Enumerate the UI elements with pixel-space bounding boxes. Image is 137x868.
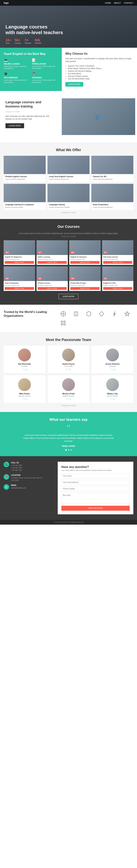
social-f-sasha[interactable]: f xyxy=(66,368,67,370)
courses-grid: $23 English for Beginners Sample text go… xyxy=(4,240,133,291)
stat-years: 10+ Years xyxy=(5,38,11,44)
svg-marker-6 xyxy=(125,312,130,316)
team-card-nat: Nat Reynolds Founder f t g xyxy=(4,346,45,373)
team-card-mila: Mila Parker Spanish Teacher f t g xyxy=(4,375,45,403)
name-input[interactable] xyxy=(61,473,130,478)
teach-title: Teach English in the Best Way xyxy=(4,52,58,56)
course-title-8: English for Kids xyxy=(103,282,132,284)
team-socials-nat[interactable]: f t g xyxy=(7,368,43,370)
social-f-mila[interactable]: f xyxy=(22,398,23,400)
team-name-jennie: Jennie Roberts xyxy=(94,363,130,365)
offer-card-4-image xyxy=(4,184,46,202)
dot-3[interactable] xyxy=(70,449,72,451)
avatar-monica xyxy=(62,378,75,391)
enroll-button-4[interactable]: ENROLL NOW xyxy=(103,261,132,264)
email-input[interactable] xyxy=(61,480,130,485)
contact-phone-content: CALL US +123 456 7890 +123 456 7890 +123… xyxy=(11,462,22,471)
org-icons xyxy=(58,310,133,327)
svg-rect-8 xyxy=(64,321,65,322)
social-f-jennie[interactable]: f xyxy=(110,368,111,370)
courses-title: Our Courses xyxy=(4,224,133,229)
why-item-2: British Native Teachers from More Places xyxy=(68,67,134,69)
offer-card-2-desc: Lorem sit amet sample text. xyxy=(49,178,88,181)
nav-home[interactable]: HOME xyxy=(105,2,111,4)
enroll-button-8[interactable]: ENROLL NOW xyxy=(103,287,132,290)
testimonial-text: Lorem ipsum dolor sit amet, consectetur … xyxy=(23,434,114,443)
learn-more-button[interactable]: LEARN MORE xyxy=(65,82,83,87)
org-icon-4 xyxy=(96,310,107,317)
social-g-nat[interactable]: g xyxy=(26,368,27,370)
course-desc-2: Sample text goes here. xyxy=(38,258,67,260)
name-field-wrap xyxy=(61,473,130,478)
enroll-button-2[interactable]: ENROLL NOW xyxy=(38,261,67,264)
message-field-wrap xyxy=(61,493,130,504)
social-g-sasha[interactable]: g xyxy=(70,368,71,370)
business-learn-more-button[interactable]: LEARN MORE xyxy=(5,123,24,128)
course-price-8: $11 xyxy=(103,277,108,280)
team-socials-sasha[interactable]: f t g xyxy=(51,368,87,370)
why-choose-list: Improve Your Career & Business British N… xyxy=(65,65,134,80)
social-t-mila[interactable]: t xyxy=(24,398,25,400)
offer-card-3-desc: Lorem sit amet sample text. xyxy=(93,178,132,181)
nav-about[interactable]: ABOUT xyxy=(114,2,121,4)
teach-item-trainings-desc: Lorem ipsum. Click to select the Text El… xyxy=(32,79,58,84)
social-t-jennie[interactable]: t xyxy=(112,368,112,370)
business-section: Language courses and business training I… xyxy=(0,91,137,142)
phone-input[interactable] xyxy=(61,486,130,491)
social-g-monica[interactable]: g xyxy=(70,398,71,400)
seminars-icon: 🎓 xyxy=(4,72,30,76)
social-t-sasha[interactable]: t xyxy=(68,368,68,370)
offer-card-5-image xyxy=(47,184,90,202)
offer-section: What We Offer Flexible English Courses L… xyxy=(0,142,137,219)
offer-grid: Flexible English Courses Lorem sit amet … xyxy=(4,156,133,210)
social-g-mila[interactable]: g xyxy=(26,398,27,400)
dot-1[interactable] xyxy=(65,449,67,451)
offer-card-3-title: Classes For 30+ xyxy=(93,176,132,178)
social-f-walter[interactable]: f xyxy=(110,398,111,400)
social-f-nat[interactable]: f xyxy=(22,368,23,370)
social-t-walter[interactable]: t xyxy=(112,398,112,400)
social-t-monica[interactable]: t xyxy=(68,398,68,400)
social-g-jennie[interactable]: g xyxy=(113,368,115,370)
svg-marker-5 xyxy=(99,312,104,316)
send-message-button[interactable]: SEND MESSAGE xyxy=(61,506,130,511)
team-name-sasha: Sasha Payne xyxy=(51,363,87,365)
teach-section: Teach English in the Best Way 💻 ONLINE C… xyxy=(0,48,137,91)
social-t-nat[interactable]: t xyxy=(24,368,25,370)
course-card-2: $17 Online Learning Sample text goes her… xyxy=(37,240,68,265)
trusted-left: Trusted by the World's Leading Organisat… xyxy=(4,310,54,327)
course-desc-8: Sample text goes here. xyxy=(103,284,132,286)
course-card-5: $20 Exam Preparation Sample text goes he… xyxy=(4,266,35,291)
contact-location-content: LOCATION 123 Block Street, 21 Avenue, Ne… xyxy=(11,474,43,481)
team-socials-monica[interactable]: f t g xyxy=(51,398,87,400)
team-socials-jennie[interactable]: f t g xyxy=(94,368,130,370)
team-socials-mila[interactable]: f t g xyxy=(7,398,43,400)
offer-card-5: Language training Lorem sit amet from Fr… xyxy=(47,184,90,210)
offer-card-1-title: Flexible English Courses xyxy=(5,176,44,178)
footer: © Footer Text 2024 | All Rights Reserved xyxy=(0,520,137,525)
enroll-button-1[interactable]: ENROLL NOW xyxy=(5,261,34,264)
enroll-button-6[interactable]: ENROLL NOW xyxy=(38,287,67,290)
why-item-3: Sharper the Decision Making xyxy=(68,70,134,72)
avatar-jennie xyxy=(106,348,119,361)
social-g-walter[interactable]: g xyxy=(113,398,115,400)
course-title-1: English for Beginners xyxy=(5,256,34,258)
course-price-7: $18 xyxy=(70,277,75,280)
trusted-title: Trusted by the World's Leading Organisat… xyxy=(4,310,54,318)
social-f-monica[interactable]: f xyxy=(66,398,67,400)
team-socials-walter[interactable]: f t g xyxy=(94,398,130,400)
nav-contact[interactable]: CONTACT xyxy=(124,2,133,4)
dot-2[interactable] xyxy=(68,449,69,451)
course-desc-1: Sample text goes here. xyxy=(5,258,34,260)
enroll-button-5[interactable]: ENROLL NOW xyxy=(5,287,34,290)
org-icon-5 xyxy=(109,310,120,317)
courses-desc: Lorem ipsum dolor sit amet, consectetur … xyxy=(4,232,133,235)
enroll-button-7[interactable]: ENROLL NOW xyxy=(70,287,99,290)
contact-email-label: EMAIL xyxy=(11,484,26,486)
enroll-button-3[interactable]: ENROLL NOW xyxy=(70,261,99,264)
message-input[interactable] xyxy=(61,493,130,504)
courses-learn-more-button[interactable]: LEARN MORE xyxy=(59,294,78,299)
org-icon-7 xyxy=(58,319,69,327)
hero-stats: 10+ Years 50+ Courses 74 Teachers 80k St… xyxy=(5,38,63,44)
svg-rect-10 xyxy=(64,324,65,325)
